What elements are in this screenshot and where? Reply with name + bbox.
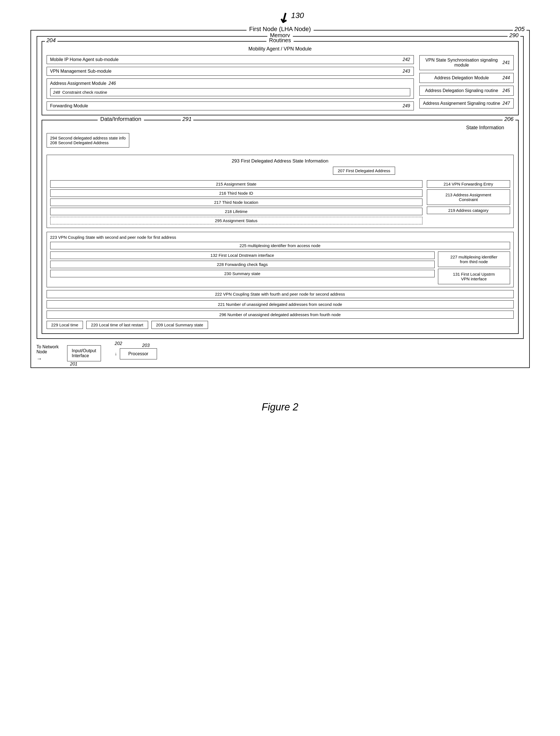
- io-label: Input/Output Interface: [72, 348, 96, 358]
- processor-label: Processor: [128, 352, 148, 356]
- addr-assign-section: Address Assignment Module 246 248 Constr…: [47, 79, 414, 99]
- constraint-label: Constraint check routine: [62, 90, 107, 95]
- first-delegated-state-header: 293 First Delegated Address State Inform…: [50, 158, 510, 164]
- num-unassigned-fourth-box: 296 Number of unassigned delegated addre…: [47, 311, 514, 319]
- state-info-label: State Information: [466, 125, 504, 131]
- mux-id-access-box: 225 multiplexing identifier from access …: [50, 242, 510, 249]
- mobile-ip-number: 242: [403, 57, 410, 62]
- routines-box: Routines 204 Mobility Agent / VPN Module…: [42, 41, 519, 115]
- first-node-number: 205: [513, 26, 526, 33]
- forwarding-module-box: Forwarding Module 249: [47, 102, 414, 110]
- constraint-number: 248: [53, 90, 60, 95]
- vpn-coupling-box: 223 VPN Coupling State with second and p…: [47, 232, 514, 287]
- to-network-label: To Network Node: [37, 345, 59, 355]
- fda-addr-assign-constraint: 213 Address Assignment Constraint: [427, 189, 510, 205]
- fda-content: 215 Assignment State 216 Third Node ID 2…: [50, 180, 510, 224]
- addr-deleg-sig-number: 245: [503, 88, 510, 93]
- top-arrow-area: ↙ 130: [278, 11, 304, 24]
- addr-deleg-box: Address Delegation Module 244: [419, 73, 514, 83]
- processor-box: 203 Processor: [120, 348, 157, 360]
- routines-right: VPN State Synchronisation signaling modu…: [419, 55, 514, 110]
- first-node-label: First Node (LHA Node): [246, 26, 314, 33]
- arrow-right-icon: →: [37, 356, 42, 362]
- mobility-agent-label: Mobility Agent / VPN Module: [47, 46, 514, 52]
- fda-vpn-forwarding: 214 VPN Forwarding Entry: [427, 180, 510, 188]
- routines-content: Mobile IP Home Agent sub-module 242 VPN …: [47, 55, 514, 110]
- first-delegated-state-box: 293 First Delegated Address State Inform…: [47, 155, 514, 228]
- fda-addr-category: 219 Address catagory: [427, 207, 510, 214]
- first-local-up-box: 131 First Local Upstrm VPN interface: [438, 269, 510, 284]
- addr-deleg-label: Address Delegation Module: [423, 75, 500, 80]
- first-delegated-addr-label: 207 First Delegated Address: [338, 168, 390, 173]
- first-delegated-addr-box: 207 First Delegated Address: [333, 167, 395, 175]
- page-container: ↙ 130 First Node (LHA Node) 205 Memory 2…: [31, 11, 530, 413]
- line-icon: ↓: [115, 352, 117, 357]
- fda-lifetime: 218 Lifetime: [50, 208, 422, 215]
- fda-assignment-status: 295 Assignment Status: [50, 217, 422, 224]
- arrow-icon: ↙: [276, 9, 292, 26]
- io-box: Input/Output Interface 201: [67, 345, 101, 362]
- second-delegated-box: 294 Second delegated address state info …: [47, 133, 130, 148]
- data-number-206: 206: [503, 116, 515, 122]
- memory-box: Memory 290 Routines 204 Mobility Agent /…: [37, 36, 524, 339]
- addr-deleg-sig-label: Address Delegation Signaling routine: [423, 88, 500, 93]
- mobile-ip-box: Mobile IP Home Agent sub-module 242: [47, 55, 414, 64]
- routines-label: Routines: [266, 37, 294, 44]
- vpn-mgmt-number: 243: [403, 69, 410, 74]
- addr-assign-sig-box: Address Assignement Signaling routine 24…: [419, 98, 514, 108]
- addr-deleg-number: 244: [503, 75, 510, 80]
- figure-label: Figure 2: [262, 401, 298, 413]
- routines-left: Mobile IP Home Agent sub-module 242 VPN …: [47, 55, 414, 110]
- fda-third-node-id: 216 Third Node ID: [50, 189, 422, 197]
- processor-number: 203: [142, 343, 150, 348]
- vpn-left: 132 First Local Dnstream interface 228 F…: [50, 252, 435, 284]
- io-processor-row: To Network Node → Input/Output Interface…: [37, 345, 524, 362]
- data-last-row: 229 Local time 220 Local time of last re…: [47, 321, 514, 329]
- first-node-box: First Node (LHA Node) 205 Memory 290 Rou…: [31, 30, 530, 368]
- data-number-291: 291: [181, 116, 193, 122]
- second-delegated-line2: 208 Second Delegated Address: [50, 140, 126, 145]
- first-local-dn-box: 132 First Local Dnstream interface: [50, 252, 435, 259]
- vpn-coupling-content: 132 First Local Dnstream interface 228 F…: [50, 252, 510, 284]
- mux-id-third-box: 227 multiplexing identifier from third n…: [438, 252, 510, 267]
- vpn-state-sync-box: VPN State Synchronisation signaling modu…: [419, 55, 514, 70]
- fda-right: 214 VPN Forwarding Entry 213 Address Ass…: [427, 180, 510, 224]
- local-time-box: 229 Local time: [47, 321, 83, 329]
- summary-state-box: 230 Summary state: [50, 270, 435, 277]
- vpn-mgmt-box: VPN Management Sub-module 243: [47, 67, 414, 76]
- vpn-state-sync-label: VPN State Synchronisation signaling modu…: [423, 58, 500, 68]
- addr-assign-sig-label: Address Assignement Signaling routine: [423, 101, 500, 106]
- addr-assign-module-number: 246: [108, 81, 116, 86]
- fwd-check-box: 228 Forwarding check flags: [50, 261, 435, 268]
- vpn-mgmt-label: VPN Management Sub-module: [50, 69, 401, 74]
- forwarding-label: Forwarding Module: [50, 103, 401, 108]
- data-info-box: Data/Information 291 206 State Informati…: [42, 120, 519, 334]
- vpn-coupling-header: 223 VPN Coupling State with second and p…: [50, 235, 510, 240]
- second-delegated-line1: 294 Second delegated address state info: [50, 136, 126, 140]
- memory-number: 290: [508, 32, 520, 39]
- vpn-state-sync-number: 241: [503, 60, 510, 65]
- num-unassigned-second-box: 221 Number of unassigned delegated addre…: [47, 300, 514, 309]
- vpn-coupling-second-box: 222 VPN Coupling State with fourth and p…: [47, 290, 514, 298]
- local-summary-state-box: 209 Local Summary state: [151, 321, 208, 329]
- arrow-label: 130: [291, 11, 304, 20]
- io-number: 201: [70, 362, 78, 367]
- fda-assignment-state: 215 Assignment State: [50, 180, 422, 188]
- local-time-last-restart-box: 220 Local time of last restart: [86, 321, 148, 329]
- mobile-ip-label: Mobile IP Home Agent sub-module: [50, 57, 401, 62]
- forwarding-number: 249: [403, 103, 410, 108]
- fda-third-node-location: 217 Third Node location: [50, 199, 422, 206]
- io-number-202: 202: [115, 341, 122, 346]
- addr-assign-sub-box: 248 Constraint check routine: [50, 88, 410, 96]
- addr-deleg-sig-box: Address Delegation Signaling routine 245: [419, 86, 514, 96]
- addr-assign-module-label: Address Assignment Module: [50, 81, 107, 86]
- vpn-right: 227 multiplexing identifier from third n…: [438, 252, 510, 284]
- routines-number: 204: [45, 37, 57, 44]
- fda-left: 215 Assignment State 216 Third Node ID 2…: [50, 180, 422, 224]
- addr-assign-sig-number: 247: [503, 101, 510, 106]
- data-info-label: Data/Information: [98, 116, 144, 122]
